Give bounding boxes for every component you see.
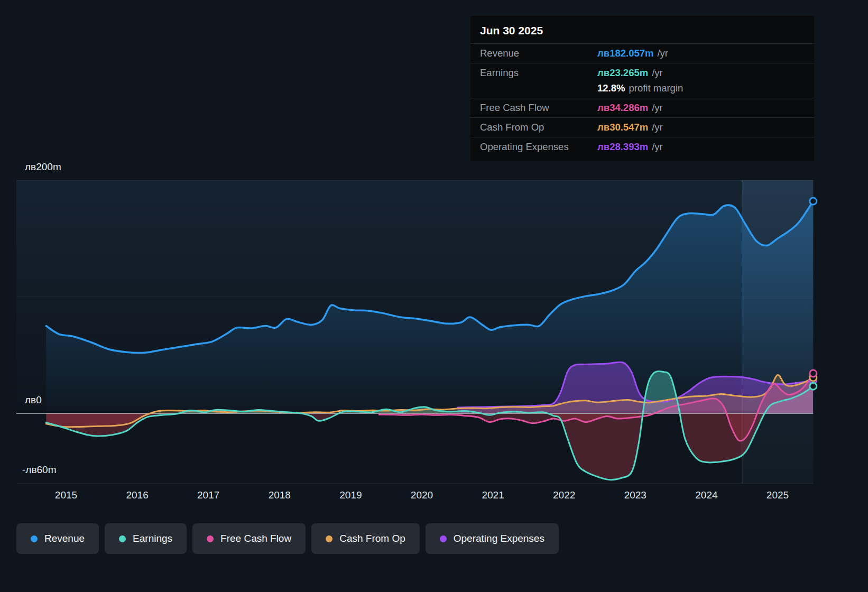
- free-cash-flow-legend-dot-icon: [207, 535, 214, 542]
- x-axis-label-2017: 2017: [197, 489, 219, 501]
- tooltip-value-operating-expenses: лв28.393m: [597, 141, 648, 153]
- tooltip-label-revenue: Revenue: [480, 48, 597, 59]
- cash-from-op-legend-dot-icon: [326, 535, 333, 542]
- x-axis-label-2018: 2018: [269, 489, 291, 501]
- tooltip-suffix-earnings: /yr: [652, 67, 663, 79]
- legend-item-free-cash-flow[interactable]: Free Cash Flow: [192, 523, 306, 554]
- tooltip-value-free-cash-flow: лв34.286m: [597, 102, 648, 114]
- tooltip-label-free-cash-flow: Free Cash Flow: [480, 102, 597, 114]
- x-axis-label-2024: 2024: [695, 489, 717, 501]
- revenue-legend-dot-icon: [31, 535, 38, 542]
- x-axis-label-2020: 2020: [411, 489, 433, 501]
- tooltip-suffix-profit-margin: profit margin: [629, 82, 683, 94]
- legend-label-earnings: Earnings: [133, 533, 172, 544]
- legend-item-cash-from-op[interactable]: Cash From Op: [311, 523, 420, 554]
- legend-item-earnings[interactable]: Earnings: [105, 523, 187, 554]
- tooltip-suffix-operating-expenses: /yr: [652, 141, 663, 153]
- legend-label-cash-from-op: Cash From Op: [339, 533, 405, 544]
- y-axis-label-200m: лв200m: [25, 161, 61, 173]
- tooltip-value-profit-margin: 12.8%: [597, 82, 625, 94]
- fcf-endpoint-marker[interactable]: [810, 370, 817, 377]
- tooltip-value-cash-from-op: лв30.547m: [597, 122, 648, 133]
- chart-tooltip-panel: Jun 30 2025 Revenue лв182.057m /yr Earni…: [470, 16, 814, 161]
- tooltip-label-operating-expenses: Operating Expenses: [480, 141, 597, 153]
- tooltip-row-profit-margin: 12.8% profit margin: [470, 82, 814, 98]
- tooltip-label-earnings: Earnings: [480, 67, 597, 79]
- operating-expenses-legend-dot-icon: [440, 535, 447, 542]
- tooltip-label-cash-from-op: Cash From Op: [480, 122, 597, 133]
- x-axis-label-2021: 2021: [482, 489, 504, 501]
- tooltip-row-operating-expenses: Operating Expenses лв28.393m /yr: [470, 137, 814, 156]
- revenue-endpoint-marker[interactable]: [810, 198, 817, 205]
- tooltip-row-cash-from-op: Cash From Op лв30.547m /yr: [470, 117, 814, 137]
- x-axis-label-2025: 2025: [767, 489, 789, 501]
- tooltip-suffix-cash-from-op: /yr: [652, 122, 663, 133]
- x-axis-label-2016: 2016: [126, 489, 148, 501]
- earnings-legend-dot-icon: [119, 535, 126, 542]
- financial-history-chart-screen: лв200m лв0 -лв60m 2015201620172018201920…: [0, 0, 868, 592]
- tooltip-suffix-revenue: /yr: [657, 48, 668, 59]
- tooltip-date: Jun 30 2025: [470, 16, 814, 43]
- chart-legend: Revenue Earnings Free Cash Flow Cash Fro…: [16, 523, 559, 554]
- tooltip-row-free-cash-flow: Free Cash Flow лв34.286m /yr: [470, 98, 814, 117]
- x-axis-label-2019: 2019: [339, 489, 362, 501]
- x-axis-label-2022: 2022: [553, 489, 575, 501]
- x-axis-label-2015: 2015: [55, 489, 77, 501]
- tooltip-row-earnings: Earnings лв23.265m /yr: [470, 63, 814, 82]
- legend-label-free-cash-flow: Free Cash Flow: [220, 533, 291, 544]
- legend-item-revenue[interactable]: Revenue: [16, 523, 99, 554]
- y-axis-label-0: лв0: [25, 394, 42, 406]
- x-axis-label-2023: 2023: [624, 489, 647, 501]
- tooltip-value-revenue: лв182.057m: [597, 48, 653, 59]
- y-axis-label-neg60m: -лв60m: [22, 464, 56, 476]
- legend-item-operating-expenses[interactable]: Operating Expenses: [426, 523, 559, 554]
- tooltip-value-earnings: лв23.265m: [597, 67, 648, 79]
- legend-label-operating-expenses: Operating Expenses: [454, 533, 544, 544]
- legend-label-revenue: Revenue: [44, 533, 85, 544]
- tooltip-suffix-free-cash-flow: /yr: [652, 102, 663, 114]
- tooltip-row-revenue: Revenue лв182.057m /yr: [470, 43, 814, 63]
- earnings-endpoint-marker[interactable]: [810, 383, 817, 390]
